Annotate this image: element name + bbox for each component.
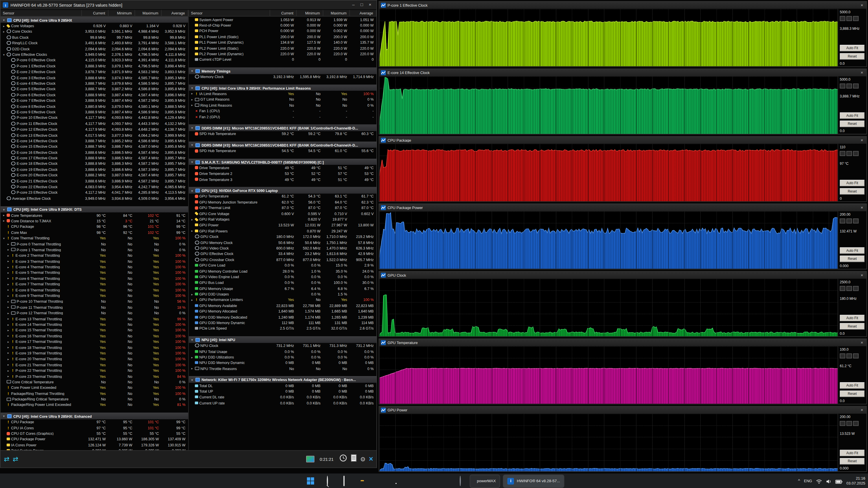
- auto-fit-button[interactable]: Auto Fit: [840, 112, 865, 119]
- collapse-arrow-icon[interactable]: ▾: [190, 189, 193, 192]
- sensor-row[interactable]: GPU Core Voltage0.600 V0.595 V0.710 V0.6…: [189, 211, 376, 217]
- sensor-row[interactable]: ▸NPU Throttle ReasonsNoNoNo0 %: [189, 366, 376, 371]
- tree-arrow-icon[interactable]: ▸: [7, 323, 10, 326]
- taskbar-chrome-button[interactable]: [386, 475, 400, 487]
- sensor-row[interactable]: ▸Ring Limit ReasonsNoNoNo0 %: [189, 102, 376, 108]
- sensor-group-header[interactable]: ▾S.M.A.R.T.: SAMSUNG MZVLC2T0HBLD-00BT7 …: [189, 159, 376, 165]
- tree-arrow-icon[interactable]: ▸: [190, 298, 193, 301]
- col-average[interactable]: Average: [162, 10, 188, 16]
- graph-option-icon[interactable]: [853, 84, 859, 89]
- sensor-row[interactable]: ▸P-core 0 Thermal ThrottlingNoNoNo0 %: [1, 241, 188, 247]
- taskbar-file-explorer-button[interactable]: [353, 475, 367, 487]
- sensor-row[interactable]: ▸!E-core 21 Thermal ThrottlingYesNoYes10…: [1, 362, 188, 367]
- col-average[interactable]: Average: [350, 10, 376, 16]
- tree-arrow-icon[interactable]: ▸: [7, 317, 10, 320]
- sensor-row[interactable]: PL2 Power Limit (Static)220.0 W220.0 W22…: [189, 45, 376, 51]
- taskbar-firefox-button[interactable]: [403, 475, 417, 487]
- tree-arrow-icon[interactable]: ▸: [7, 368, 10, 372]
- sensor-row[interactable]: P-core 10 Effective Clock4,117.7 MHz4,09…: [1, 115, 188, 121]
- tree-arrow-icon[interactable]: ▸: [190, 98, 193, 101]
- sensor-row[interactable]: Total UP0 MB0 MB0 MB0 MB: [189, 389, 376, 394]
- tree-arrow-icon[interactable]: ▸: [190, 218, 193, 221]
- tree-arrow-icon[interactable]: ▸: [7, 340, 10, 343]
- reset-button[interactable]: Reset: [840, 53, 865, 60]
- tree-arrow-icon[interactable]: ▸: [190, 103, 193, 107]
- tree-arrow-icon[interactable]: ▸: [7, 300, 10, 303]
- sensor-row[interactable]: PCIe Link Speed2.5 GT/s2.5 GT/s32.0 GT/s…: [189, 326, 376, 331]
- sensor-row[interactable]: PL1 Power Limit (Dynamic)134.8 W127.5 W1…: [189, 40, 376, 45]
- sensor-row[interactable]: ▸GPU D3D Usages0.0 %1.5 %: [189, 291, 376, 297]
- collapse-arrow-icon[interactable]: ▾: [2, 208, 5, 211]
- sensor-group-header[interactable]: ▾DDR5 DIMM [#3]: Micron MTC16C2085S1VC64…: [189, 142, 376, 148]
- sensor-row[interactable]: ▸!E-core 18 Thermal ThrottlingYesNoYes10…: [1, 345, 188, 350]
- tree-arrow-icon[interactable]: ▸: [190, 229, 193, 232]
- sensor-row[interactable]: E-core 20 Effective Clock3,888.2 MHz3,88…: [1, 172, 188, 178]
- sensor-row[interactable]: GPU Crossbar Clock877.0 MHz877.0 MHz1,52…: [189, 257, 376, 262]
- sensor-row[interactable]: E-core 13 Effective Clock4,017.5 MHz3,87…: [1, 132, 188, 138]
- sensor-row[interactable]: P-core 22 Effective Clock4,083.0 MHz3,95…: [1, 184, 188, 190]
- col-minimum[interactable]: Minimum: [108, 10, 135, 16]
- sensor-row[interactable]: ▸P-core 11 Thermal ThrottlingNoNoNo18 %: [1, 304, 188, 310]
- sensor-row[interactable]: E-core 8 Effective Clock3,880.8 MHz3,879…: [1, 103, 188, 109]
- sensor-row[interactable]: ▸!E-core 4 Thermal ThrottlingYesNoYes100…: [1, 264, 188, 270]
- sensor-row[interactable]: P-core 23 Effective Clock4,117.2 MHz4,04…: [1, 190, 188, 195]
- sensor-row[interactable]: ▸NPU D3D Utilizations0.0 %0.0 %0.0 %0.0 …: [189, 354, 376, 360]
- maximize-button[interactable]: □: [358, 2, 366, 8]
- sensor-row[interactable]: ▸Core Voltages0.926 V0.883 V1.164 V0.928…: [1, 23, 188, 29]
- sensor-group-header[interactable]: ▾CPU [#0]: Intel Core Ultra 9 285HX: Enh…: [1, 413, 188, 419]
- collapse-arrow-icon[interactable]: ▾: [190, 338, 193, 341]
- tree-arrow-icon[interactable]: ▸: [7, 260, 10, 263]
- sensor-row[interactable]: Average Effective Clock3,949.0 MHz3,934.…: [1, 195, 188, 201]
- tree-arrow-icon[interactable]: ▸: [190, 92, 193, 95]
- sensor-row[interactable]: ▸!P-core 6 Thermal ThrottlingYesNoYes100…: [1, 275, 188, 281]
- tree-arrow-icon[interactable]: ▸: [7, 265, 10, 268]
- sensor-group-header[interactable]: ▾Memory Timings: [189, 68, 376, 74]
- close-icon[interactable]: ×: [859, 205, 865, 210]
- tree-arrow-icon[interactable]: ▸: [190, 292, 193, 295]
- tree-arrow-icon[interactable]: ▸: [7, 254, 10, 257]
- graph-option-icon[interactable]: [846, 421, 852, 426]
- sensor-row[interactable]: P-core 6 Effective Clock3,888.9 MHz3,887…: [1, 92, 188, 98]
- sensor-row[interactable]: D2D Clock2,094.6 MHz2,094.6 MHz2,094.6 M…: [1, 46, 188, 52]
- sensor-row[interactable]: ▸!E-core 9 Thermal ThrottlingYesNoYes100…: [1, 293, 188, 299]
- sensor-row[interactable]: NPU Total Usage0.0 %0.0 %0.0 %0.0 %: [189, 348, 376, 354]
- sensor-group-header[interactable]: ▾CPU [#0]: Intel Core Ultra 9 285HX: DTS: [1, 206, 188, 213]
- swap-panes-icon[interactable]: ⇄: [13, 454, 18, 464]
- sensor-row[interactable]: Current DL rate0.0 KB/s0.0 KB/s0.0 KB/s0…: [189, 394, 376, 400]
- graph-option-icon[interactable]: [846, 16, 852, 21]
- sensor-row[interactable]: Current UP rate0.0 KB/s0.0 KB/s0.0 KB/s0…: [189, 400, 376, 405]
- tree-arrow-icon[interactable]: ▸: [7, 375, 10, 378]
- sensor-row[interactable]: NPU D3D Memory Dynamic0 MB0 MB0 MB0 MB: [189, 360, 376, 366]
- taskbar-app-dark-button[interactable]: [453, 475, 467, 487]
- collapse-arrow-icon[interactable]: ▾: [190, 69, 193, 72]
- minimize-button[interactable]: –: [349, 2, 358, 8]
- graph-option-icon[interactable]: [840, 421, 845, 426]
- sensor-row[interactable]: GPU Thermal Limit87.0 °C87.0 °C87.0 °C87…: [189, 205, 376, 211]
- collapse-arrow-icon[interactable]: ▾: [2, 18, 5, 22]
- collapse-arrow-icon[interactable]: ▾: [190, 160, 193, 164]
- sensor-row[interactable]: Current cTDP Level0000: [189, 57, 376, 63]
- col-maximum[interactable]: Maximum: [323, 10, 350, 16]
- clock-icon[interactable]: [339, 454, 347, 464]
- auto-fit-button[interactable]: Auto Fit: [840, 45, 865, 52]
- sensor-row[interactable]: E-core 14 Effective Clock3,888.7 MHz3,88…: [1, 138, 188, 144]
- tree-arrow-icon[interactable]: ▸: [2, 30, 5, 33]
- sensor-group-header[interactable]: ▾DDR5 DIMM [#1]: Micron MTC16C2085S1VC64…: [189, 125, 376, 131]
- col-current[interactable]: Current: [270, 10, 297, 16]
- reset-button[interactable]: Reset: [840, 256, 865, 262]
- sensor-row[interactable]: E-core 5 Effective Clock3,888.7 MHz3,887…: [1, 86, 188, 92]
- taskbar-app-purple-button[interactable]: [420, 475, 434, 487]
- auto-fit-button[interactable]: Auto Fit: [840, 247, 865, 254]
- sensor-row[interactable]: ▸!E-core 5 Thermal ThrottlingYesNoYes100…: [1, 270, 188, 275]
- tree-arrow-icon[interactable]: ▸: [7, 346, 10, 349]
- sensor-row[interactable]: ▸P-core 10 Thermal ThrottlingNoNoNo56 %: [1, 299, 188, 304]
- tree-arrow-icon[interactable]: ▸: [2, 24, 5, 27]
- sensor-row[interactable]: ▸!P-core 22 Thermal ThrottlingYesNoYes10…: [1, 367, 188, 373]
- sensor-row[interactable]: GPU Clock180.0 MHz172.0 MHz1,710.0 MHz21…: [189, 234, 376, 239]
- sensor-row[interactable]: PL2 Power Limit (Dynamic)220.0 W220.0 W2…: [189, 51, 376, 57]
- taskbar-app-hwinfo[interactable]: iHWiNFO® 64 v8.28-57...: [503, 475, 564, 488]
- tree-arrow-icon[interactable]: ▸: [7, 312, 10, 315]
- tree-arrow-icon[interactable]: ▸: [7, 271, 10, 274]
- sensor-group-header[interactable]: ▾Network: Killer Wi-Fi 7 BE1750x 320MHz …: [189, 377, 376, 383]
- sensor-row[interactable]: ▸!E-core 17 Thermal ThrottlingYesNoYes10…: [1, 339, 188, 345]
